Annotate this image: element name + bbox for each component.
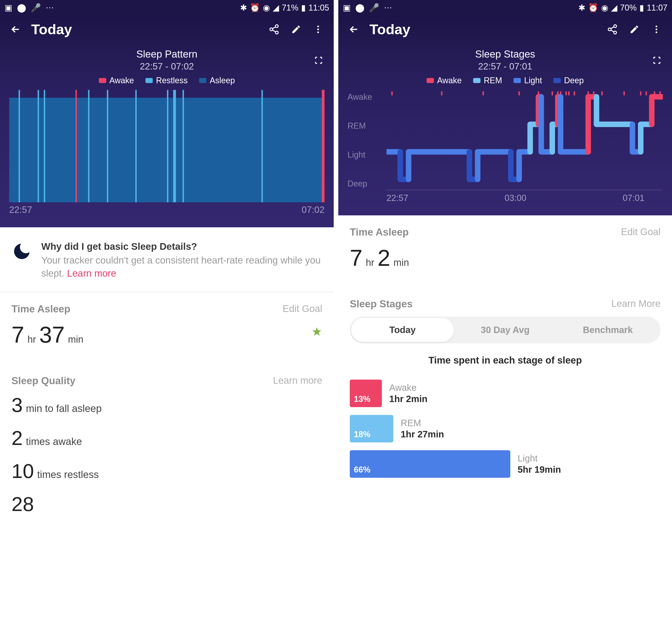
menu-icon[interactable] [650, 23, 663, 36]
info-card: Why did I get basic Sleep Details? Your … [0, 227, 334, 292]
xaxis-start: 22:57 [387, 193, 408, 203]
more-icon: ⋯ [384, 3, 392, 13]
svg-rect-27 [623, 91, 625, 95]
bluetooth-icon: ✱ [578, 3, 585, 13]
svg-rect-22 [568, 91, 569, 95]
svg-point-6 [614, 25, 616, 28]
svg-point-5 [317, 31, 319, 33]
chart-range: 22:57 - 07:01 [347, 61, 663, 72]
stage-subtitle: Time spent in each stage of sleep [350, 355, 660, 366]
signal-icon: ◢ [273, 3, 279, 13]
bluetooth-icon: ✱ [240, 3, 247, 13]
svg-point-7 [608, 28, 611, 31]
wifi-icon: ◉ [263, 3, 270, 13]
edit-goal-link[interactable]: Edit Goal [283, 303, 322, 314]
battery-icon: ▮ [301, 3, 306, 13]
edit-icon[interactable] [290, 23, 302, 36]
more-icon: ⋯ [46, 3, 54, 13]
menu-icon[interactable] [312, 23, 325, 36]
mic-icon: 🎤 [31, 3, 41, 13]
svg-rect-28 [640, 91, 641, 95]
location-icon: ⬤ [355, 3, 364, 13]
tab-30day[interactable]: 30 Day Avg [454, 318, 557, 342]
stage-duration: 1hr 2min [389, 394, 427, 404]
alarm-icon: ⏰ [588, 3, 598, 13]
stage-row: 66% Light 5hr 19min [350, 450, 660, 478]
learn-more-link[interactable]: Learn more [273, 375, 322, 386]
svg-rect-23 [574, 91, 575, 95]
tab-today[interactable]: Today [351, 318, 454, 342]
svg-point-0 [276, 25, 278, 28]
section-title: Time Asleep [12, 303, 71, 315]
chart-header-right: Sleep Stages 22:57 - 07:01 Awake REM Lig… [338, 47, 672, 90]
svg-point-9 [656, 26, 657, 27]
stage-row: 13% Awake 1hr 2min [350, 379, 660, 407]
svg-point-8 [614, 31, 616, 34]
chart-title: Sleep Pattern [9, 48, 325, 60]
xaxis-end: 07:01 [623, 193, 644, 203]
status-bar: ▣ ⬤ 🎤 ⋯ ✱ ⏰ ◉ ◢ 71% ▮ 11:05 [0, 0, 334, 16]
svg-rect-14 [441, 91, 442, 95]
learn-more-link[interactable]: Learn More [611, 298, 660, 309]
xaxis-mid: 03:00 [504, 193, 526, 203]
app-header: Today [0, 16, 334, 47]
expand-icon[interactable] [314, 56, 323, 65]
chart-title: Sleep Stages [347, 48, 663, 60]
battery-icon: ▮ [639, 3, 644, 13]
phone-left: ▣ ⬤ 🎤 ⋯ ✱ ⏰ ◉ ◢ 71% ▮ 11:05 Today [0, 0, 334, 639]
wifi-icon: ◉ [601, 3, 608, 13]
back-icon[interactable] [347, 23, 360, 36]
svg-rect-18 [551, 91, 553, 95]
sleep-stages-section: Sleep Stages Learn More Today 30 Day Avg… [338, 287, 672, 490]
time-asleep-section: Time Asleep Edit Goal 7 hr 2 min [338, 215, 672, 287]
edit-icon[interactable] [628, 23, 641, 36]
minutes-value: 37 [39, 322, 65, 348]
back-icon[interactable] [9, 23, 22, 36]
time-asleep-section: Time Asleep Edit Goal 7 hr 37 min ★ [0, 292, 334, 364]
battery-pct: 71% [282, 3, 298, 13]
xaxis-end: 07:02 [301, 205, 325, 215]
stage-name: REM [401, 418, 444, 428]
share-icon[interactable] [268, 23, 281, 36]
stage-name: Light [518, 453, 561, 464]
expand-icon[interactable] [652, 56, 661, 65]
status-bar: ▣ ⬤ 🎤 ⋯ ✱ ⏰ ◉ ◢ 70% ▮ 11:07 [338, 0, 672, 16]
section-title: Sleep Stages [350, 298, 412, 310]
svg-rect-16 [518, 91, 520, 95]
svg-point-11 [656, 31, 657, 33]
svg-point-4 [317, 28, 319, 30]
xaxis-start: 22:57 [9, 205, 32, 215]
svg-point-2 [276, 31, 278, 34]
svg-point-3 [317, 26, 319, 27]
phone-right: ▣ ⬤ 🎤 ⋯ ✱ ⏰ ◉ ◢ 70% ▮ 11:07 Today [338, 0, 672, 639]
svg-point-10 [656, 28, 657, 30]
chart-header-left: Sleep Pattern 22:57 - 07:02 Awake Restle… [0, 47, 334, 90]
svg-rect-26 [601, 91, 603, 95]
moon-icon [12, 241, 32, 262]
svg-rect-15 [483, 91, 484, 95]
hours-value: 7 [350, 245, 363, 271]
tab-benchmark[interactable]: Benchmark [557, 318, 659, 342]
app-header: Today [338, 16, 672, 47]
star-icon: ★ [311, 325, 322, 339]
segmented-control: Today 30 Day Avg Benchmark [350, 316, 660, 343]
svg-rect-21 [565, 91, 567, 95]
page-title: Today [370, 21, 597, 37]
stage-bar: 66% [350, 450, 510, 478]
info-text: Your tracker couldn't get a consistent h… [41, 254, 322, 280]
section-title: Time Asleep [350, 227, 409, 238]
chart-legend: Awake REM Light Deep [347, 76, 663, 90]
sleep-pattern-chart[interactable]: 22:57 07:02 [0, 90, 334, 227]
learn-more-link[interactable]: Learn more [67, 268, 116, 279]
stage-name: Awake [389, 383, 427, 393]
stage-row: 18% REM 1hr 27min [350, 415, 660, 442]
sleep-stages-chart[interactable]: Awake REM Light Deep 22:57 03:00 07:01 [338, 90, 672, 215]
clock: 11:07 [647, 3, 668, 13]
section-title: Sleep Quality [12, 375, 76, 387]
battery-pct: 70% [620, 3, 637, 13]
share-icon[interactable] [606, 23, 619, 36]
signal-icon: ◢ [611, 3, 618, 13]
edit-goal-link[interactable]: Edit Goal [621, 227, 660, 237]
hours-value: 7 [12, 322, 24, 348]
info-title: Why did I get basic Sleep Details? [41, 241, 322, 252]
